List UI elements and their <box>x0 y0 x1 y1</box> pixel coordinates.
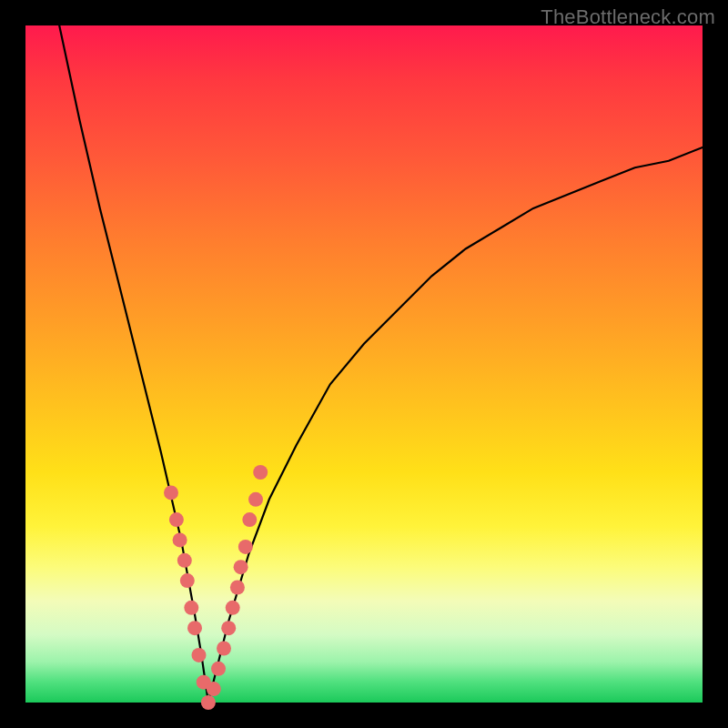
highlight-dot <box>187 621 202 635</box>
highlight-dot <box>184 601 198 615</box>
plot-area <box>25 25 703 703</box>
highlight-dot <box>211 662 226 676</box>
highlight-dot <box>173 532 187 547</box>
highlight-dot <box>192 648 207 662</box>
chart-svg <box>25 25 703 703</box>
highlight-dot <box>226 601 240 615</box>
highlight-dot <box>164 485 178 500</box>
highlight-dot <box>177 553 192 568</box>
highlight-dots-group <box>164 465 268 710</box>
highlight-dot <box>207 682 221 696</box>
highlight-dot <box>234 560 248 574</box>
highlight-dot <box>238 540 253 554</box>
highlight-dot <box>221 621 236 635</box>
chart-frame: TheBottleneck.com <box>0 0 728 728</box>
highlight-dot <box>169 512 184 527</box>
highlight-dot <box>180 573 195 588</box>
highlight-dot <box>201 695 216 710</box>
highlight-dot <box>230 581 245 595</box>
highlight-dot <box>217 642 231 656</box>
bottleneck-curve <box>59 25 703 703</box>
highlight-dot <box>242 512 257 527</box>
highlight-dot <box>253 465 268 480</box>
highlight-dot <box>248 492 263 507</box>
